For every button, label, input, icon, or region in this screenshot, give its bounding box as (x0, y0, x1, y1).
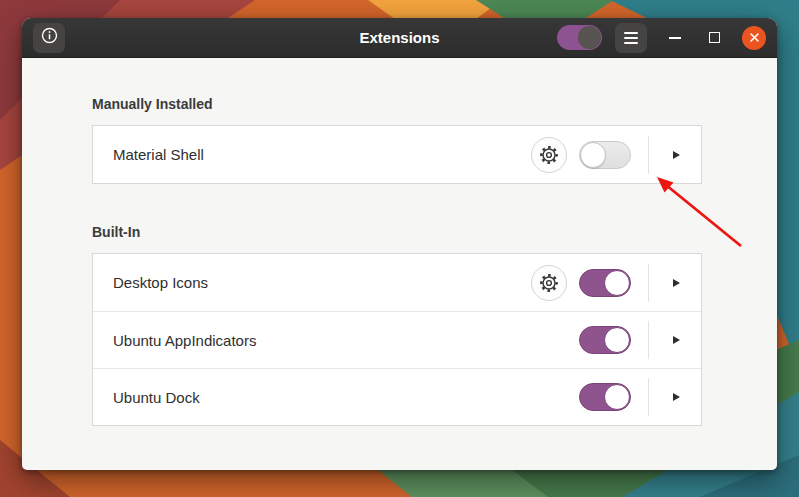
divider (648, 264, 649, 302)
extension-name: Ubuntu AppIndicators (113, 332, 579, 349)
manually-installed-list: Material Shell (92, 125, 702, 184)
gear-icon (539, 145, 559, 165)
arrow-right-icon (673, 151, 680, 159)
toggle-knob (578, 26, 601, 49)
toggle-knob (580, 142, 606, 168)
extension-toggle[interactable] (579, 269, 631, 297)
close-button[interactable] (742, 26, 766, 50)
menu-button[interactable] (615, 23, 647, 53)
expand-details-button[interactable] (664, 379, 688, 415)
minimize-button[interactable] (664, 26, 686, 50)
settings-button[interactable] (531, 137, 567, 173)
expand-details-button[interactable] (664, 265, 688, 301)
arrow-right-icon (673, 393, 680, 401)
global-extensions-toggle[interactable] (557, 25, 602, 50)
divider (648, 321, 649, 359)
toggle-knob (604, 270, 630, 296)
maximize-icon (709, 32, 720, 43)
expand-details-button[interactable] (664, 322, 688, 358)
toggle-knob (604, 327, 630, 353)
gear-icon (539, 273, 559, 293)
section-label-built-in: Built-In (92, 224, 777, 240)
toggle-knob (604, 384, 630, 410)
titlebar-controls (557, 23, 766, 53)
built-in-list: Desktop Icons Ubuntu AppIndicat (92, 253, 702, 426)
extension-row-ubuntu-dock[interactable]: Ubuntu Dock (93, 368, 701, 425)
info-icon (41, 27, 58, 48)
section-label-manually-installed: Manually Installed (92, 96, 777, 112)
maximize-button[interactable] (703, 26, 725, 50)
arrow-right-icon (673, 279, 680, 287)
expand-details-button[interactable] (664, 137, 688, 173)
extension-row-material-shell[interactable]: Material Shell (93, 126, 701, 183)
extension-row-ubuntu-appindicators[interactable]: Ubuntu AppIndicators (93, 311, 701, 368)
extension-name: Desktop Icons (113, 274, 531, 291)
extension-toggle[interactable] (579, 383, 631, 411)
extension-toggle[interactable] (579, 141, 631, 169)
minimize-icon (669, 37, 681, 39)
hamburger-icon (624, 32, 638, 44)
about-button[interactable] (33, 23, 65, 53)
extension-name: Ubuntu Dock (113, 389, 579, 406)
divider (648, 136, 649, 174)
window-content: Manually Installed Material Shell (22, 58, 777, 426)
window-buttons (664, 26, 766, 50)
settings-button[interactable] (531, 265, 567, 301)
extension-toggle[interactable] (579, 326, 631, 354)
close-icon (749, 29, 760, 47)
arrow-right-icon (673, 336, 680, 344)
extension-name: Material Shell (113, 146, 531, 163)
divider (648, 378, 649, 416)
titlebar: Extensions (22, 18, 777, 58)
extension-row-desktop-icons[interactable]: Desktop Icons (93, 254, 701, 311)
extensions-window: Extensions (22, 18, 777, 470)
